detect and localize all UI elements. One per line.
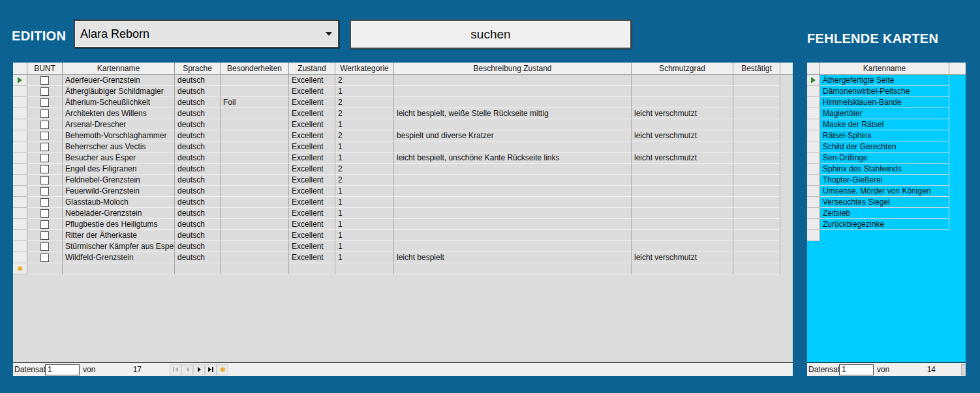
name-cell[interactable]: Engel des Filigranen: [63, 164, 175, 175]
list-item[interactable]: Maske der Rätsel: [807, 119, 966, 130]
bestaetigt-cell[interactable]: [733, 241, 780, 252]
record-selector[interactable]: [13, 208, 27, 219]
bestaetigt-cell[interactable]: [733, 164, 780, 175]
zustand-cell[interactable]: Excellent: [289, 186, 335, 197]
bunt-cell[interactable]: [27, 230, 63, 241]
schmutzgrad-cell[interactable]: [632, 97, 733, 108]
record-selector[interactable]: [13, 175, 27, 186]
sprache-cell[interactable]: deutsch: [175, 119, 221, 130]
empty-cell[interactable]: [289, 263, 335, 274]
table-row[interactable]: Architekten des WillensdeutschExcellent2…: [13, 108, 793, 119]
missing-card-name[interactable]: Maske der Rätsel: [820, 119, 949, 130]
beschreibung-cell[interactable]: [394, 208, 632, 219]
table-row[interactable]: Arsenal-DrescherdeutschExcellent1: [13, 119, 793, 130]
schmutzgrad-cell[interactable]: [632, 208, 733, 219]
bunt-cell[interactable]: [27, 186, 63, 197]
bunt-cell[interactable]: [27, 241, 63, 252]
list-item[interactable]: Schild der Gerechten: [807, 141, 966, 153]
schmutzgrad-cell[interactable]: [632, 186, 733, 197]
besonderheiten-cell[interactable]: [221, 230, 289, 241]
list-item[interactable]: Zurückbiegezinke: [807, 219, 966, 230]
table-row[interactable]: Feldnebel-GrenzsteindeutschExcellent2: [13, 175, 793, 186]
sprache-cell[interactable]: deutsch: [175, 164, 221, 175]
edition-combobox[interactable]: Alara Reborn: [74, 20, 339, 48]
bunt-checkbox[interactable]: [40, 76, 49, 85]
zustand-cell[interactable]: Excellent: [289, 197, 335, 208]
bunt-cell[interactable]: [27, 75, 63, 86]
record-selector[interactable]: [807, 153, 820, 164]
record-selector[interactable]: [13, 186, 27, 197]
bestaetigt-cell[interactable]: [733, 97, 780, 108]
wert-cell[interactable]: 2: [335, 75, 394, 86]
zustand-cell[interactable]: Excellent: [289, 130, 335, 141]
record-selector[interactable]: [807, 197, 820, 208]
empty-cell[interactable]: [335, 263, 394, 274]
column-header[interactable]: Zustand: [289, 63, 335, 75]
wert-cell[interactable]: 1: [335, 153, 394, 164]
missing-card-name[interactable]: Magiertöter: [820, 108, 949, 119]
bestaetigt-cell[interactable]: [733, 75, 780, 86]
missing-card-name[interactable]: Himmelsklauen-Bande: [820, 97, 949, 108]
record-selector[interactable]: [13, 219, 27, 230]
zustand-cell[interactable]: Excellent: [289, 230, 335, 241]
record-selector[interactable]: [807, 75, 820, 86]
column-header[interactable]: Kartenname: [820, 63, 949, 75]
table-row[interactable]: Behemoth-VorschlaghammerdeutschExcellent…: [13, 130, 793, 141]
table-row[interactable]: Pflugbestie des HeiligtumsdeutschExcelle…: [13, 219, 793, 230]
name-cell[interactable]: Nebelader-Grenzstein: [63, 208, 175, 219]
column-header[interactable]: BUNT: [27, 63, 63, 75]
bunt-checkbox[interactable]: [40, 165, 49, 173]
empty-cell[interactable]: [733, 263, 780, 274]
column-header[interactable]: Beschreibung Zustand: [394, 63, 632, 75]
zustand-cell[interactable]: Excellent: [289, 208, 335, 219]
table-row[interactable]: Wildfeld-GrenzsteindeutschExcellent1leic…: [13, 252, 793, 263]
bunt-checkbox[interactable]: [40, 98, 49, 107]
empty-cell[interactable]: [221, 263, 289, 274]
record-selector[interactable]: [807, 230, 820, 241]
sprache-cell[interactable]: deutsch: [175, 219, 221, 230]
wert-cell[interactable]: 1: [335, 252, 394, 263]
search-button[interactable]: suchen: [350, 20, 632, 49]
empty-cell[interactable]: [394, 263, 632, 274]
record-selector[interactable]: [807, 186, 820, 197]
name-cell[interactable]: Glasstaub-Moloch: [63, 197, 175, 208]
list-item[interactable]: Verseuchtes Siegel: [807, 197, 966, 208]
besonderheiten-cell[interactable]: Foil: [221, 97, 289, 108]
empty-cell[interactable]: [63, 263, 175, 274]
select-all-corner[interactable]: [13, 63, 27, 75]
bestaetigt-cell[interactable]: [733, 219, 780, 230]
list-item[interactable]: Zeitsieb: [807, 208, 966, 219]
record-selector[interactable]: [13, 230, 27, 241]
besonderheiten-cell[interactable]: [221, 86, 289, 97]
beschreibung-cell[interactable]: [394, 230, 632, 241]
current-record-input[interactable]: [45, 364, 80, 375]
bunt-cell[interactable]: [27, 164, 63, 175]
missing-card-name[interactable]: Äthergefertigte Seite: [820, 75, 949, 86]
zustand-cell[interactable]: Excellent: [289, 97, 335, 108]
wert-cell[interactable]: 1: [335, 86, 394, 97]
bunt-checkbox[interactable]: [40, 242, 49, 251]
besonderheiten-cell[interactable]: [221, 175, 289, 186]
besonderheiten-cell[interactable]: [221, 241, 289, 252]
bestaetigt-cell[interactable]: [733, 130, 780, 141]
sprache-cell[interactable]: deutsch: [175, 130, 221, 141]
beschreibung-cell[interactable]: [394, 119, 632, 130]
sprache-cell[interactable]: deutsch: [175, 153, 221, 164]
beschreibung-cell[interactable]: [394, 86, 632, 97]
missing-card-name[interactable]: Verseuchtes Siegel: [820, 197, 949, 208]
list-item[interactable]: Umsense, Mörder von Königen: [807, 186, 966, 197]
beschreibung-cell[interactable]: [394, 241, 632, 252]
name-cell[interactable]: Pflugbestie des Heiligtums: [63, 219, 175, 230]
name-cell[interactable]: Architekten des Willens: [63, 108, 175, 119]
zustand-cell[interactable]: Excellent: [289, 241, 335, 252]
schmutzgrad-cell[interactable]: leicht verschmutzt: [632, 252, 733, 263]
record-selector[interactable]: [807, 208, 820, 219]
bunt-cell[interactable]: [27, 130, 63, 141]
record-selector[interactable]: [13, 130, 27, 141]
wert-cell[interactable]: 1: [335, 208, 394, 219]
next-record-button[interactable]: [193, 364, 205, 375]
beschreibung-cell[interactable]: [394, 75, 632, 86]
record-selector[interactable]: [13, 97, 27, 108]
sprache-cell[interactable]: deutsch: [175, 141, 221, 153]
record-selector[interactable]: [13, 119, 27, 130]
